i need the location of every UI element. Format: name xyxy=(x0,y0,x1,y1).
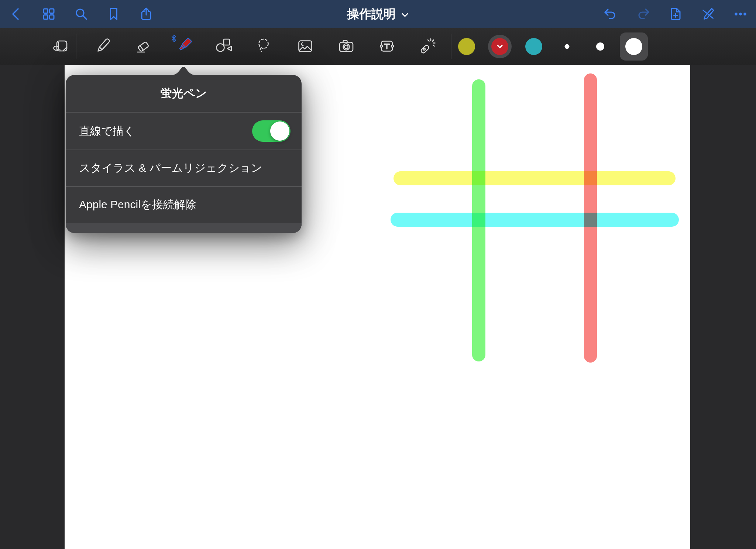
stroke-size-large-dot xyxy=(625,38,642,55)
popover-row-draw-straight[interactable]: 直線で描く xyxy=(66,112,302,150)
bluetooth-icon xyxy=(170,34,178,43)
highlighter-popover: 蛍光ペン 直線で描く スタイラス & パームリジェクション Apple Penc… xyxy=(66,75,302,233)
readonly-pencil-icon xyxy=(701,7,715,21)
image-icon xyxy=(296,38,314,55)
stroke-size-medium[interactable] xyxy=(596,42,604,51)
toggle-knob xyxy=(270,121,289,141)
undo-icon xyxy=(603,7,618,21)
popover-row-stylus-palm-rejection[interactable]: スタイラス & パームリジェクション xyxy=(66,150,302,186)
zoom-window-icon xyxy=(52,38,70,55)
more-button[interactable] xyxy=(731,4,750,24)
laser-pointer-tool[interactable] xyxy=(416,36,438,57)
popover-arrow xyxy=(170,66,197,75)
search-icon xyxy=(74,7,89,21)
popover-row-disconnect-apple-pencil[interactable]: Apple Pencilを接続解除 xyxy=(66,186,302,223)
draw-straight-label: 直線で描く xyxy=(79,124,252,139)
highlighter-stroke-cyan-horizontal xyxy=(391,213,679,227)
redo-button[interactable] xyxy=(633,4,653,24)
lasso-icon xyxy=(256,38,274,55)
navbar-left-group xyxy=(7,0,156,28)
camera-icon xyxy=(337,38,355,55)
bookmark-icon xyxy=(106,7,121,21)
toolbar-divider xyxy=(451,34,451,59)
pen-tool[interactable] xyxy=(92,36,113,57)
stroke-size-large-selected[interactable] xyxy=(620,32,648,61)
camera-tool[interactable] xyxy=(336,36,357,57)
share-icon xyxy=(139,7,154,21)
shapes-icon xyxy=(215,38,233,55)
color-swatch-red-selected[interactable] xyxy=(488,35,512,58)
swatch-chevron-down-icon xyxy=(496,44,504,49)
more-icon xyxy=(733,7,748,21)
eraser-icon xyxy=(134,38,152,55)
zoom-window-tool[interactable] xyxy=(50,36,72,57)
lasso-tool[interactable] xyxy=(254,36,275,57)
pen-icon xyxy=(94,38,111,55)
straight-line-toggle[interactable] xyxy=(252,120,291,142)
stroke-size-small[interactable] xyxy=(565,44,570,49)
add-page-icon xyxy=(668,7,683,21)
toolbar-divider xyxy=(76,34,76,59)
end-annotation-button[interactable] xyxy=(698,4,718,24)
text-icon xyxy=(378,38,396,55)
toolbar xyxy=(0,28,756,65)
add-page-button[interactable] xyxy=(666,4,685,24)
popover-title: 蛍光ペン xyxy=(66,75,302,112)
color-swatch-olive[interactable] xyxy=(458,38,475,55)
title-chevron-down-icon xyxy=(401,12,409,18)
popover-bottom-strip xyxy=(66,223,302,233)
bookmark-button[interactable] xyxy=(104,4,123,24)
grid-icon xyxy=(41,7,56,21)
search-button[interactable] xyxy=(72,4,91,24)
color-swatch-teal[interactable] xyxy=(525,38,542,55)
document-title-button[interactable]: 操作説明 xyxy=(347,6,409,23)
navbar: 操作説明 xyxy=(0,0,756,28)
laser-pointer-icon xyxy=(418,38,436,55)
eraser-tool[interactable] xyxy=(133,36,154,57)
color-swatch-red xyxy=(491,38,508,55)
navbar-right-group xyxy=(601,0,750,28)
goodnotes-app: 操作説明 xyxy=(0,0,756,549)
highlighter-stroke-yellow-horizontal xyxy=(394,171,676,185)
document-title: 操作説明 xyxy=(347,6,396,23)
image-tool[interactable] xyxy=(295,36,316,57)
back-icon xyxy=(9,7,24,21)
stylus-palm-rejection-label: スタイラス & パームリジェクション xyxy=(79,161,291,176)
shapes-tool[interactable] xyxy=(213,36,234,57)
thumbnails-button[interactable] xyxy=(39,4,58,24)
share-button[interactable] xyxy=(137,4,156,24)
disconnect-apple-pencil-label: Apple Pencilを接続解除 xyxy=(79,197,291,212)
redo-icon xyxy=(636,7,650,21)
highlighter-tool[interactable] xyxy=(172,36,194,57)
back-button[interactable] xyxy=(7,4,26,24)
text-tool[interactable] xyxy=(376,36,398,57)
undo-button[interactable] xyxy=(601,4,620,24)
